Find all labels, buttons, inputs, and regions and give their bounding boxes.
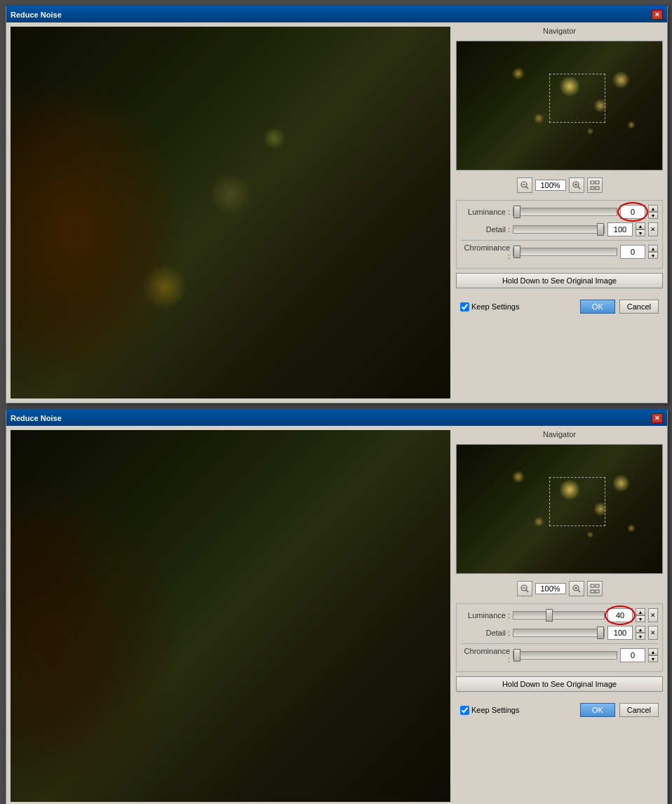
navigator-box-1[interactable]	[456, 41, 663, 170]
detail-label-2: Detail :	[461, 629, 510, 637]
right-panel-2: Navigator 100%	[456, 430, 663, 802]
luminance-slider-2[interactable]	[513, 611, 605, 619]
detail-thumb-1[interactable]	[597, 223, 604, 236]
detail-thumb-2[interactable]	[597, 627, 604, 639]
zoom-level-1: 100%	[535, 180, 566, 191]
detail-reset-2[interactable]: ✕	[648, 626, 658, 640]
keep-settings-label-1: Keep Settings	[471, 302, 520, 311]
keep-settings-checkbox-1[interactable]	[460, 302, 469, 311]
zoom-in-button-2[interactable]	[569, 581, 584, 596]
close-button-2[interactable]: ✕	[652, 413, 663, 423]
luminance-thumb-2[interactable]	[546, 609, 553, 622]
zoom-level-2: 100%	[535, 583, 566, 594]
detail-reset-1[interactable]: ✕	[648, 222, 658, 236]
luminance-spinner-1: ▲ ▼	[648, 205, 658, 219]
navigator-viewport-rect-2	[549, 477, 605, 526]
detail-up-2[interactable]: ▲	[636, 626, 645, 633]
chrominance-row-1: Chrominance : ▲ ▼	[461, 243, 658, 260]
chrominance-down-1[interactable]: ▼	[648, 252, 658, 259]
detail-label-1: Detail :	[461, 225, 510, 234]
zoom-out-button-2[interactable]	[517, 581, 532, 596]
detail-up-1[interactable]: ▲	[636, 222, 645, 229]
detail-down-1[interactable]: ▼	[636, 229, 645, 236]
detail-down-2[interactable]: ▼	[636, 633, 645, 640]
detail-slider-1[interactable]	[513, 225, 605, 234]
detail-value-1[interactable]	[607, 222, 633, 236]
luminance-up-1[interactable]: ▲	[648, 205, 658, 212]
luminance-value-1[interactable]	[620, 205, 645, 219]
fit-button-2[interactable]	[587, 581, 603, 596]
title-bar-buttons-1: ✕	[652, 10, 663, 20]
luminance-up-2[interactable]: ▲	[636, 608, 645, 615]
chrominance-thumb-2[interactable]	[513, 649, 520, 662]
chrominance-label-2: Chrominance :	[461, 647, 510, 664]
chrominance-spinner-1: ▲ ▼	[648, 245, 658, 259]
chrominance-thumb-1[interactable]	[513, 246, 520, 258]
title-1: Reduce Noise	[11, 11, 62, 19]
luminance-slider-1[interactable]	[513, 208, 617, 216]
ok-button-2[interactable]: OK	[580, 703, 615, 717]
luminance-down-2[interactable]: ▼	[636, 615, 645, 622]
title-bar-2: Reduce Noise ✕	[6, 410, 667, 426]
cancel-button-1[interactable]: Cancel	[619, 300, 659, 314]
preview-area-2[interactable]	[11, 430, 450, 802]
ok-button-1[interactable]: OK	[580, 300, 615, 314]
fit-button-1[interactable]	[587, 177, 603, 193]
title-bar-buttons-2: ✕	[652, 413, 663, 423]
title-2: Reduce Noise	[11, 414, 62, 422]
chrominance-label-1: Chrominance :	[461, 243, 510, 260]
luminance-row-1: Luminance : ▲ ▼	[461, 205, 658, 219]
zoom-out-button-1[interactable]	[517, 177, 532, 193]
chrominance-slider-2[interactable]	[513, 651, 617, 659]
navigator-controls-1: 100%	[456, 175, 663, 196]
luminance-spinner-2: ▲ ▼	[636, 608, 645, 622]
preview-image-2	[11, 430, 450, 802]
title-bar-1: Reduce Noise ✕	[6, 7, 667, 22]
svg-line-2	[526, 187, 528, 189]
preview-image-1	[11, 27, 450, 398]
settings-area-2: Luminance : ▲ ▼ ✕ Detai	[456, 603, 663, 672]
navigator-label-1: Navigator	[456, 27, 663, 35]
hold-down-button-1[interactable]: Hold Down to See Original Image	[456, 273, 663, 288]
luminance-label-1: Luminance :	[461, 208, 510, 216]
detail-row-2: Detail : ▲ ▼ ✕	[461, 626, 658, 640]
detail-spinner-1: ▲ ▼	[636, 222, 645, 236]
svg-rect-9	[591, 187, 594, 189]
zoom-in-button-1[interactable]	[569, 177, 584, 193]
svg-line-6	[578, 187, 580, 189]
reduce-noise-dialog-2: Reduce Noise ✕ Navigator	[6, 409, 668, 804]
chrominance-row-2: Chrominance : ▲ ▼	[461, 647, 658, 664]
cancel-button-2[interactable]: Cancel	[619, 703, 659, 717]
close-button-1[interactable]: ✕	[652, 10, 663, 20]
dialog-body-2: Navigator 100%	[6, 426, 667, 804]
svg-rect-18	[591, 584, 594, 587]
svg-rect-19	[596, 584, 599, 587]
luminance-row-2: Luminance : ▲ ▼ ✕	[461, 608, 658, 622]
svg-rect-8	[596, 181, 599, 184]
navigator-viewport-rect-1	[549, 74, 605, 123]
svg-rect-20	[591, 590, 594, 593]
chrominance-value-2[interactable]	[620, 648, 645, 662]
navigator-box-2[interactable]	[456, 444, 663, 574]
luminance-down-1[interactable]: ▼	[648, 212, 658, 219]
chrominance-up-1[interactable]: ▲	[648, 245, 658, 252]
chrominance-value-1[interactable]	[620, 245, 645, 259]
settings-area-1: Luminance : ▲ ▼ Detail :	[456, 200, 663, 269]
keep-settings-label-2: Keep Settings	[471, 706, 520, 714]
luminance-thumb-1[interactable]	[513, 206, 520, 218]
dialog-footer-1: Keep Settings OK Cancel	[456, 297, 663, 318]
chrominance-up-2[interactable]: ▲	[648, 648, 658, 655]
hold-down-button-2[interactable]: Hold Down to See Original Image	[456, 676, 663, 692]
keep-settings-1: Keep Settings	[460, 302, 520, 311]
luminance-value-2[interactable]	[607, 608, 633, 622]
luminance-reset-2[interactable]: ✕	[648, 608, 658, 622]
navigator-label-2: Navigator	[456, 430, 663, 438]
reduce-noise-dialog-1: Reduce Noise ✕ Navigator	[6, 6, 668, 403]
keep-settings-checkbox-2[interactable]	[460, 706, 469, 715]
chrominance-down-2[interactable]: ▼	[648, 655, 658, 662]
preview-area-1[interactable]	[11, 27, 450, 398]
detail-slider-2[interactable]	[513, 629, 605, 637]
chrominance-slider-1[interactable]	[513, 248, 617, 256]
detail-value-2[interactable]	[607, 626, 633, 640]
separator-1	[461, 240, 658, 241]
